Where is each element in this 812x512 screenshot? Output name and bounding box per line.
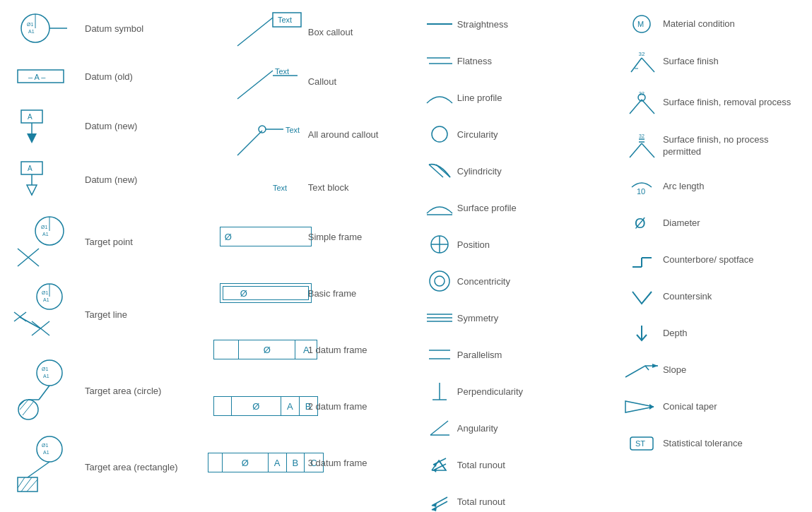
target-area-circle-label: Target area (circle) [85,386,209,396]
svg-text:A1: A1 [42,232,49,237]
counterbore-icon [620,249,663,270]
surface-profile-row: Surface profile [422,194,606,221]
svg-text:Ø1: Ø1 [42,290,48,295]
svg-text:32: 32 [639,91,645,96]
text-block-label: Text block [308,182,408,193]
svg-point-54 [259,126,266,133]
angularity-label: Angularity [457,423,606,434]
datum-new2-icon: A [7,158,85,201]
basic-frame-label: Basic frame [308,288,408,299]
countersink-row: Countersink [620,283,805,310]
angularity-row: Angularity [422,415,606,441]
svg-point-39 [37,436,62,462]
flatness-row: Flatness [422,47,606,74]
surface-finish-2-icon: 32 [620,87,663,118]
datum-new1-label: Datum (new) [85,121,209,131]
svg-text:M: M [637,20,644,28]
basic-frame-row: Ø Basic frame [223,272,408,314]
diameter-label: Diameter [663,218,805,230]
svg-line-36 [18,400,25,407]
datum-frame-2-icon: Ø A B [223,396,308,416]
material-condition-icon: M [620,14,663,34]
surface-finish-1-row: 32 Surface finish [620,47,805,76]
target-line-icon: Ø1 A1 [7,282,85,346]
svg-rect-42 [18,477,37,492]
conical-taper-icon [620,397,663,417]
perpendicularity-icon [422,380,457,403]
straightness-label: Straightness [457,19,606,30]
symmetry-row: Symmetry [422,304,606,331]
svg-line-94 [642,58,654,72]
total-runout-1-icon [422,455,457,475]
svg-marker-112 [652,364,658,368]
surface-finish-1-label: Surface finish [663,56,805,68]
svg-marker-114 [649,404,654,410]
datum-new1-row: A Datum (new) [7,107,209,145]
callout-label: Callout [308,76,408,87]
perpendicularity-row: Perpendicularity [422,378,606,405]
line-profile-row: Line profile [422,84,606,111]
svg-line-97 [630,100,642,114]
datum-symbol-label: Datum symbol [85,23,209,34]
arc-length-row: 10 Arc length [620,173,805,200]
text-block-row: Text Text block [223,166,408,208]
all-around-callout-label: All around callout [308,129,408,140]
svg-marker-82 [433,468,437,472]
surface-profile-icon [422,198,457,218]
svg-point-30 [37,360,62,386]
parallelism-label: Parallelism [457,350,606,360]
datum-old-row: – A – Datum (old) [7,59,209,94]
cylindricity-row: Cylindricity [422,157,606,184]
svg-line-101 [630,143,642,157]
surface-finish-2-label: Surface finish, removal process [663,97,805,109]
svg-text:A: A [28,165,33,172]
svg-text:Text: Text [278,16,292,24]
datum-symbols-column: Ø1 A1 Datum symbol – A – Datum (old) A [0,7,216,512]
svg-line-53 [237,131,262,155]
datum-frame-3-icon: Ø A B C [223,453,308,472]
symmetry-label: Symmetry [457,313,606,323]
svg-text:A1: A1 [43,450,49,455]
svg-point-68 [430,271,449,291]
cylindricity-label: Cylindricity [457,166,606,177]
svg-text:Ø1: Ø1 [42,443,48,448]
countersink-icon [620,286,663,307]
svg-text:Text: Text [273,184,287,192]
target-point-icon: Ø1 A1 [7,213,85,270]
material-condition-row: M Material condition [620,11,805,37]
svg-text:Ø: Ø [635,215,646,231]
statistical-tolerance-icon: ST [620,434,663,453]
datum-symbol-icon: Ø1 A1 [7,11,85,46]
statistical-tolerance-label: Statistical tolerance [663,438,805,450]
svg-line-46 [28,462,49,477]
surface-finish-3-row: 32 Surface finish, no process permitted [620,129,805,163]
svg-text:A1: A1 [43,374,49,379]
target-point-label: Target point [85,237,209,247]
target-point-row: Ø1 A1 Target point [7,213,209,270]
datum-frame-1-icon: Ø A [223,340,308,359]
position-label: Position [457,239,606,250]
svg-line-98 [642,100,654,114]
svg-line-29 [20,317,40,328]
position-icon [422,233,457,256]
datum-symbol-row: Ø1 A1 Datum symbol [7,11,209,46]
target-area-rect-label: Target area (rectangle) [85,462,209,472]
circularity-row: Circularity [422,121,606,148]
total-runout-1-label: Total runout [457,460,606,470]
perpendicularity-label: Perpendicularity [457,386,606,397]
datum-new2-row: A Datum (new) [7,158,209,201]
svg-text:A1: A1 [43,297,49,302]
svg-marker-10 [27,133,37,143]
box-callout-icon: Text [223,11,308,53]
svg-line-43 [18,477,25,488]
flatness-label: Flatness [457,56,606,66]
svg-text:Text: Text [286,126,300,134]
datum-frame-1-label: 1 datum frame [308,345,408,355]
surface-finish-2-row: 32 Surface finish, removal process [620,85,805,119]
svg-text:10: 10 [637,187,645,196]
surface-finish-1-icon: 32 [620,47,663,76]
svg-point-69 [435,276,445,286]
datum-old-label: Datum (old) [85,71,209,82]
datum-frame-1-row: Ø A 1 datum frame [223,328,408,371]
svg-text:32: 32 [639,133,645,138]
